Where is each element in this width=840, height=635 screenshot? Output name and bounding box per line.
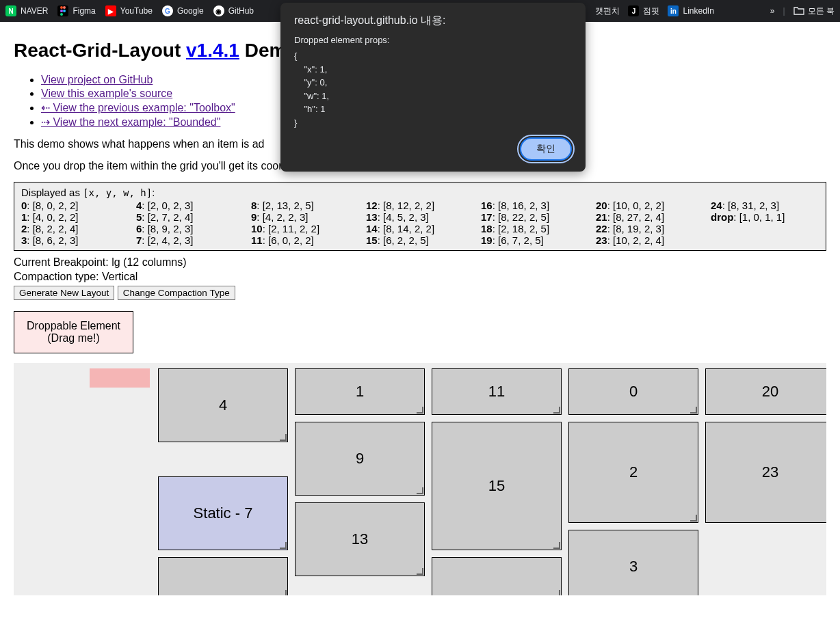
layout-item: 19: [6, 7, 2, 5] (481, 234, 589, 246)
layout-item: 8: [2, 13, 2, 5] (251, 200, 359, 211)
naver-icon: N (5, 5, 16, 16)
grid-item-13[interactable]: 13 (295, 502, 425, 576)
grid-item-1[interactable]: 1 (295, 368, 425, 415)
link-source[interactable]: View this example's source (41, 87, 172, 99)
droppable-label-2: (Drag me!) (27, 332, 120, 344)
github-icon: ◉ (213, 5, 224, 16)
generate-layout-button[interactable]: Generate New Layout (14, 286, 114, 300)
grid-item-0[interactable]: 0 (568, 368, 698, 415)
bookmark-all-folder[interactable]: 모든 북 (793, 5, 835, 17)
layout-item: 4: [2, 0, 2, 3] (136, 200, 244, 211)
alert-ok-button[interactable]: 확인 (520, 137, 572, 161)
bookmark-google[interactable]: GGoogle (162, 5, 204, 16)
layout-item: 15: [6, 2, 2, 5] (366, 234, 474, 246)
layout-item: 16: [8, 16, 2, 3] (481, 200, 589, 211)
bookmark-label: YouTube (120, 6, 153, 16)
link-prev[interactable]: ⇠ View the previous example: "Toolbox" (41, 102, 235, 113)
layout-item: 24: [8, 31, 2, 3] (711, 200, 819, 211)
link-github[interactable]: View project on GitHub (41, 74, 153, 85)
change-compaction-button[interactable]: Change Compaction Type (118, 286, 235, 300)
bookmark-jumpit[interactable]: J점핏 (628, 5, 659, 17)
layout-item: 5: [2, 7, 2, 4] (136, 211, 244, 223)
layout-item: 2: [8, 2, 2, 4] (21, 223, 129, 234)
layout-item: 17: [8, 22, 2, 5] (481, 211, 589, 223)
grid-item-partial-1[interactable] (158, 557, 288, 595)
bookmark-naver[interactable]: NNAVER (5, 5, 48, 16)
bookmark-label: LinkedIn (683, 6, 713, 16)
layout-item: 20: [10, 0, 2, 2] (596, 200, 704, 211)
bookmark-more[interactable]: » (770, 6, 775, 16)
grid-item-9[interactable]: 9 (295, 422, 425, 496)
layout-item: 3: [8, 6, 2, 3] (21, 234, 129, 246)
drop-placeholder (90, 368, 150, 388)
bookmark-label: Google (177, 6, 204, 16)
bookmark-label: Figma (73, 6, 95, 16)
alert-title: react-grid-layout.github.io 내용: (294, 14, 572, 28)
droppable-element[interactable]: Droppable Element (Drag me!) (14, 311, 133, 353)
layout-item: 13: [4, 5, 2, 3] (366, 211, 474, 223)
grid-item-15[interactable]: 15 (432, 422, 562, 550)
droppable-label-1: Droppable Element (27, 320, 120, 332)
grid-item-2[interactable]: 2 (568, 422, 698, 523)
bookmark-label: 점핏 (643, 5, 659, 17)
bookmark-rocket[interactable]: 캣펀치 (595, 5, 620, 17)
version-link[interactable]: v1.4.1 (186, 40, 239, 61)
breakpoint-status: Current Breakpoint: lg (12 columns) (14, 256, 826, 269)
linkedin-icon: in (668, 5, 679, 16)
layout-display-box: Displayed as [x, y, w, h]: 0: [8, 0, 2, … (14, 182, 826, 251)
bookmark-label: 모든 북 (808, 5, 835, 17)
grid-item-20[interactable]: 20 (705, 368, 826, 415)
google-icon: G (162, 5, 173, 16)
layout-item: 10: [2, 11, 2, 2] (251, 223, 359, 234)
grid-item-23[interactable]: 23 (705, 422, 826, 523)
bookmark-label: GitHub (228, 6, 254, 16)
layout-item: 23: [10, 2, 2, 4] (596, 234, 704, 246)
bookmark-label: NAVER (21, 6, 48, 16)
layout-item: 6: [8, 9, 2, 3] (136, 223, 244, 234)
grid-item-4[interactable]: 4 (158, 368, 288, 442)
alert-dialog: react-grid-layout.github.io 내용: Dropped … (280, 3, 586, 172)
bookmark-label: 캣펀치 (595, 5, 620, 17)
alert-message: Dropped element props: (294, 35, 572, 45)
layout-header: Displayed as [x, y, w, h]: (21, 187, 819, 198)
layout-item: 0: [8, 0, 2, 2] (21, 200, 129, 211)
grid-item-partial-2[interactable] (432, 557, 562, 595)
grid-item-3[interactable]: 3 (568, 530, 698, 595)
layout-item: drop: [1, 0, 1, 1] (711, 211, 819, 223)
layout-item: 18: [2, 18, 2, 5] (481, 223, 589, 234)
layout-item: 22: [8, 19, 2, 3] (596, 223, 704, 234)
jumpit-icon: J (628, 5, 639, 16)
grid-item-7-static[interactable]: Static - 7 (158, 476, 288, 550)
svg-point-2 (60, 10, 63, 12)
compaction-status: Compaction type: Vertical (14, 271, 826, 283)
svg-point-4 (60, 13, 63, 16)
alert-json: { "x": 1, "y": 0, "w": 1, "h": 1 } (294, 49, 572, 129)
svg-point-1 (63, 6, 66, 9)
layout-item: 9: [4, 2, 2, 3] (251, 211, 359, 223)
youtube-icon: ▶ (105, 5, 116, 16)
bookmark-figma[interactable]: Figma (57, 5, 95, 16)
link-next[interactable]: ⇢ View the next example: "Bounded" (41, 116, 220, 128)
figma-icon (57, 5, 68, 16)
svg-point-0 (60, 6, 63, 9)
layout-item: 7: [2, 4, 2, 3] (136, 234, 244, 246)
layout-item: 11: [6, 0, 2, 2] (251, 234, 359, 246)
layout-item: 21: [8, 27, 2, 4] (596, 211, 704, 223)
grid-area[interactable]: 4 1 11 0 20 9 15 2 23 Static - 7 13 3 (14, 363, 826, 595)
layout-item: 12: [8, 12, 2, 2] (366, 200, 474, 211)
bookmark-linkedin[interactable]: inLinkedIn (668, 5, 713, 16)
folder-icon (793, 5, 804, 17)
bookmark-youtube[interactable]: ▶YouTube (105, 5, 153, 16)
layout-item: 1: [4, 0, 2, 2] (21, 211, 129, 223)
svg-point-3 (63, 10, 66, 12)
grid-item-11[interactable]: 11 (432, 368, 562, 415)
separator: | (783, 6, 785, 16)
bookmark-github[interactable]: ◉GitHub (213, 5, 254, 16)
layout-item: 14: [8, 14, 2, 2] (366, 223, 474, 234)
